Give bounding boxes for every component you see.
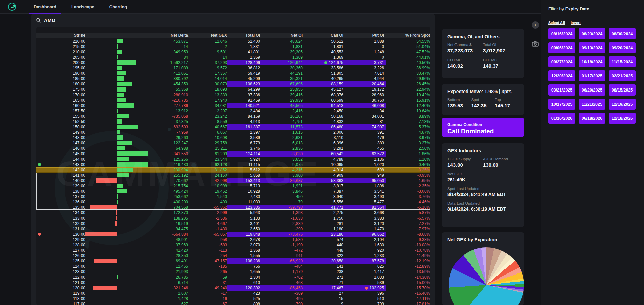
expiry-date-button-10-18-2024[interactable]: 10/18/2024 [579,56,605,67]
table-row-strike-117.00[interactable]: 117.00627-67808-7909799-17.81% [36,301,430,305]
table-row-strike-220.00[interactable]: 220.00453,87112,04652,40048,62450,5121,8… [36,39,430,44]
expiry-date-button-09-20-2024[interactable]: 09/20/2024 [609,42,636,53]
cell-net-oi: 16,167 [260,114,303,119]
table-row-strike-137.00[interactable]: 137.00253,6621,5407,4304503,9403,490-3.7… [36,194,430,199]
cell-call-oi: 4,914 [303,167,343,173]
table-row-strike-143.00[interactable]: 143.00419,43062,12811,1159,07510,0951,02… [36,162,430,167]
table-row-strike-141.00[interactable]: 141.00255,19224,1505,8583,9604,909949-0.… [36,173,430,178]
table-row-strike-126.00[interactable]: 126.0028,850-2541,555-9113221,233-11.49% [36,253,430,258]
table-row-strike-155.00[interactable]: 155.00-735,05823,24284,16916,16750,16834… [36,114,430,119]
table-row-strike-170.00[interactable]: 170.00-288,91013,33997,33639,41668,37628… [36,92,430,98]
table-row-strike-132.00[interactable]: 132.0019,519-4,6673,401-2,8392813,120-7.… [36,221,430,226]
app-logo-icon[interactable] [8,3,16,11]
table-row-strike-136.00[interactable]: 136.00400,20040011,033795,5565,477-4.46% [36,199,430,205]
collapse-panel-button[interactable]: › [532,21,539,29]
gex-bar [117,60,136,65]
invert-link[interactable]: Invert [571,21,581,25]
cell-oi-band: 3,401-2,8392813,120 [227,221,386,226]
table-rows: 220.00453,87112,04652,40048,62450,5121,8… [36,39,430,305]
table-row-strike-140.00[interactable]: 140.0070,662-42,998153,413-36,68758,3639… [36,178,430,183]
table-row-strike-150.00[interactable]: 150.00-692,50340,667161,38711,57386,4807… [36,124,430,130]
cell-net-gex: 2,297 [188,108,227,114]
table-row-strike-180.00[interactable]: 180.00454,35030,073108,62367,69588,15920… [36,81,430,87]
table-row-strike-133.00[interactable]: 133.00138,205-2,5365,133-1,6331,7503,383… [36,216,430,221]
cell-strike: 175.00 [36,87,85,92]
table-row-strike-134.00[interactable]: 134.00172,870-2,9995,943-1,3932,2753,668… [36,210,430,216]
expiry-date-button-08-16-2024[interactable]: 08/16/2024 [548,28,575,39]
table-row-strike-120.00[interactable]: 120.00-321,246-49,240120,392-85,45817,46… [36,285,430,291]
table-row-strike-145.00[interactable]: 145.00-341,55061,209124,114-3,03060,5426… [36,151,430,157]
cell-net-oi: -1,190 [260,242,303,248]
table-row-strike-131.00[interactable]: 131.0094,475-1,4302,650-2901,1801,470-7.… [36,226,430,232]
table-row-strike-125.00[interactable]: 125.0069,491-47,157108,236-66,92020,6588… [36,258,430,264]
table-row-strike-122.00[interactable]: 122.0026,785591,304-7622711,033-14.30% [36,274,430,280]
expiry-date-button-09-13-2024[interactable]: 09/13/2024 [579,42,605,53]
expiry-date-button-08-30-2024[interactable]: 08/30/2024 [609,28,636,39]
table-row-strike-128.00[interactable]: 128.0037,969-5832,070-1,1904401,630-10.0… [36,242,430,248]
expiry-date-button-10-17-2025[interactable]: 10/17/2025 [548,99,575,110]
screenshot-camera-button[interactable] [532,40,539,48]
table-row-strike-130.00[interactable]: 130.00-664,884-65,057119,848-73,47623,18… [36,232,430,237]
expiry-date-button-01-16-2026[interactable]: 01/16/2026 [548,113,575,124]
table-row-strike-138.00[interactable]: 138.00495,42419,46210,9283,8467,3873,541… [36,189,430,194]
cell-total-oi: 2,484 [227,108,260,114]
table-row-strike-205.00[interactable]: 205.0084141,3691,3691,369044.01% [36,55,430,60]
expiry-date-button-06-20-2025[interactable]: 06/20/2025 [579,84,605,96]
expiry-date-button-09-06-2024[interactable]: 09/06/2024 [548,42,575,53]
expiry-date-button-02-21-2025[interactable]: 02/21/2025 [609,70,636,81]
table-row-strike-215.00[interactable]: 215.001421,8311,8311,831051.04% [36,44,430,49]
cell-net-oi: -1,179 [260,269,303,274]
expiry-date-button-06-18-2026[interactable]: 06/18/2026 [579,113,605,124]
table-row-strike-146.00[interactable]: 146.0064,98815,2113,7462,8363,2914552.56… [36,146,430,151]
ticker-search-input[interactable]: AMD [44,18,56,23]
tab-dashboard[interactable]: Dashboard [26,0,64,14]
table-row-strike-147.00[interactable]: 147.00122,24729,7586,7796,0136,3963833.2… [36,140,430,146]
table-row-strike-123.00[interactable]: 123.0021,993-2651,655-1,1792381,417-13.5… [36,269,430,274]
cell-net-gex: -265 [188,269,227,274]
select-all-link[interactable]: Select All [548,21,565,25]
expiry-date-button-12-19-2025[interactable]: 12/19/2025 [609,99,636,110]
table-row-strike-157.50[interactable]: 157.5013,9122,2972,4842,4162,4503410.64% [36,108,430,114]
table-row-strike-121.00[interactable]: 121.006,714-31610-46871539-15.00% [36,280,430,285]
table-row-strike-152.50[interactable]: 152.5037,3258,5594,9134,7514,832817.13% [36,119,430,124]
expiry-date-button-09-27-2024[interactable]: 09/27/2024 [548,56,575,67]
expiry-date-button-03-21-2025[interactable]: 03/21/2025 [548,84,575,96]
expiry-date-button-12-20-2024[interactable]: 12/20/2024 [548,70,575,81]
table-row-strike-210.00[interactable]: 210.00349,9539,50141,80139,30540,5531,24… [36,49,430,55]
cell-call-oi: 5,556 [303,199,343,205]
table-row-strike-149.00[interactable]: 149.00-7,9596,0672,3971,6152,0063914.67% [36,130,430,135]
cell-pct-from-spot: 2.56% [386,146,430,151]
expiry-date-button-08-15-2025[interactable]: 08/15/2025 [609,84,636,96]
cell-total-oi: 108,623 [227,81,260,87]
tab-landscape[interactable]: Landscape [64,0,102,14]
cell-net-gex: 1,540 [188,194,227,199]
table-row-strike-148.00[interactable]: 148.0029,26010,6083,5892,6313,1104793.97… [36,135,430,140]
table-row-strike-185.00[interactable]: 185.00380,79214,01445,20935,32140,2654,9… [36,76,430,81]
tab-charting[interactable]: Charting [102,0,135,14]
cell-net-oi: 44,191 [260,71,303,76]
table-row-strike-135.00[interactable]: 135.00704,558-55,862123,335-39,79341,771… [36,205,430,210]
expiry-date-button-08-23-2024[interactable]: 08/23/2024 [579,28,605,39]
table-row-strike-195.00[interactable]: 195.00171,0899,57236,81230,36033,5863,22… [36,65,430,71]
table-row-strike-175.00[interactable]: 175.0055,36818,09364,29925,95545,12719,1… [36,87,430,92]
table-row-strike-127.00[interactable]: 127.0041,420-1131,368-472448920-10.78% [36,248,430,253]
cell-total-oi: 2,678 [227,237,260,242]
table-row-strike-142.00[interactable]: 142.00230,99431,8525,6124,2164,914698-0.… [36,167,430,173]
cell-pct-from-spot: 7.13% [386,119,430,124]
table-row-strike-160.00[interactable]: 160.00-277,78634,081140,52148,50594,5134… [36,103,430,108]
table-row-strike-118.00[interactable]: 118.001,428-16525-49515510-17.11% [36,296,430,301]
table-row-strike-129.00[interactable]: 129.0048,901-9582,678-1,5305742,104-9.38… [36,237,430,242]
cell-put-oi: 799 [343,301,384,305]
table-row-strike-165.00[interactable]: 165.00-210,73517,94091,45929,93960,69930… [36,98,430,103]
expiry-date-button-12-18-2026[interactable]: 12/18/2026 [609,113,636,124]
expiry-date-button-11-15-2024[interactable]: 11/15/2024 [609,56,636,67]
table-row-strike-119.00[interactable]: 119.002,607-17423-36927396-16.40% [36,291,430,296]
table-row-strike-190.00[interactable]: 190.00412,05117,35759,41944,19151,8057,6… [36,71,430,76]
expiry-date-button-01-17-2025[interactable]: 01/17/2025 [579,70,605,81]
table-row-strike-124.00[interactable]: 124.0012,465-185766-484141625-12.89% [36,264,430,269]
table-row-strike-139.00[interactable]: 139.00215,75410,9985,7131,9213,8171,896-… [36,183,430,189]
gex-bar [117,66,122,70]
table-row-strike-200.00[interactable]: 200.001,562,21737,293128,406120,944124,6… [36,60,430,65]
table-row-strike-144.00[interactable]: 144.00125,26623,5445,9243,6524,7881,1361… [36,157,430,162]
expiry-date-button-11-21-2025[interactable]: 11/21/2025 [579,99,605,110]
